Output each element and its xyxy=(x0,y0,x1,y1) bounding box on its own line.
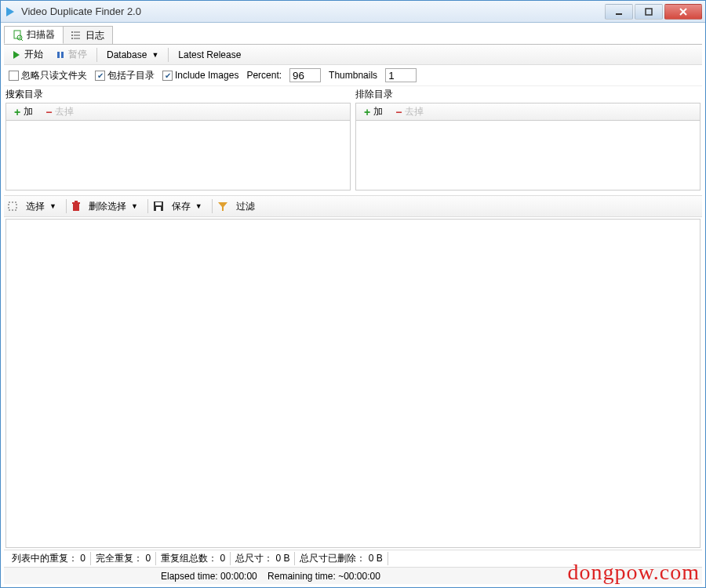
pause-icon xyxy=(56,50,65,60)
add-search-dir-button[interactable]: +加 xyxy=(9,103,38,120)
pause-button: 暂停 xyxy=(51,46,92,63)
selection-icon xyxy=(7,201,18,212)
chevron-down-icon: ▼ xyxy=(151,51,158,59)
svg-rect-15 xyxy=(57,52,60,58)
save-icon xyxy=(153,201,164,212)
add-label: 加 xyxy=(24,105,33,118)
select-button[interactable]: 选择▼ xyxy=(21,198,61,215)
svg-rect-22 xyxy=(155,202,162,205)
status-full-dup: 完全重复： 0 xyxy=(91,552,156,565)
trash-icon xyxy=(71,201,81,212)
status-deleted-size: 总尺寸已删除： 0 B xyxy=(295,552,388,565)
separator xyxy=(66,199,67,213)
minus-icon: − xyxy=(45,106,52,118)
svg-marker-24 xyxy=(218,202,227,211)
include-images-label: Include Images xyxy=(175,70,238,81)
directory-columns: 搜索目录 +加 −去掉 排除目录 +加 −去掉 xyxy=(4,86,702,191)
separator xyxy=(96,48,97,62)
svg-rect-18 xyxy=(73,204,79,211)
delete-selection-button[interactable]: 删除选择▼ xyxy=(84,198,143,215)
results-toolbar: 选择▼ 删除选择▼ 保存▼ 过滤 xyxy=(4,195,702,217)
search-dir-label: 搜索目录 xyxy=(5,86,351,103)
minimize-button[interactable] xyxy=(605,4,633,20)
chevron-down-icon: ▼ xyxy=(195,202,202,210)
remaining-label: Remaining time: xyxy=(267,571,336,582)
svg-point-11 xyxy=(71,31,73,33)
select-label: 选择 xyxy=(26,200,45,213)
svg-rect-20 xyxy=(75,201,78,202)
include-sub-checkbox[interactable]: ✔ 包括子目录 xyxy=(95,69,155,82)
tab-scanner[interactable]: 扫描器 xyxy=(4,26,64,44)
svg-rect-16 xyxy=(61,52,64,58)
results-list[interactable] xyxy=(5,219,701,548)
search-dir-column: 搜索目录 +加 −去掉 xyxy=(5,86,351,191)
maximize-button[interactable] xyxy=(635,4,663,20)
checkbox-checked-icon: ✔ xyxy=(95,71,105,81)
remove-label: 去掉 xyxy=(405,105,424,118)
app-icon xyxy=(4,5,16,18)
filter-label: 过滤 xyxy=(236,200,255,213)
svg-point-13 xyxy=(71,38,73,39)
svg-rect-1 xyxy=(616,13,622,15)
chevron-down-icon: ▼ xyxy=(49,202,56,210)
titlebar[interactable]: Video Duplicate Finder 2.0 xyxy=(1,1,705,23)
add-label: 加 xyxy=(373,105,383,118)
ignore-readonly-checkbox[interactable]: 忽略只读文件夹 xyxy=(9,69,87,82)
svg-marker-14 xyxy=(13,51,20,59)
elapsed-label: Elapsed time: xyxy=(161,571,218,582)
list-icon xyxy=(71,30,82,41)
thumbnails-input[interactable] xyxy=(385,68,417,82)
search-dir-toolbar: +加 −去掉 xyxy=(5,103,351,120)
svg-line-7 xyxy=(21,39,23,41)
save-button[interactable]: 保存▼ xyxy=(167,198,207,215)
exclude-dir-list[interactable] xyxy=(355,120,701,191)
delete-label: 删除选择 xyxy=(89,200,126,213)
thumbnails-label: Thumbnails xyxy=(329,70,377,81)
separator xyxy=(212,199,213,213)
status-groups: 重复组总数： 0 xyxy=(156,552,231,565)
time-bar: Elapsed time: 00:00:00 Remaining time: ~… xyxy=(4,567,702,584)
status-total-size: 总尺寸： 0 B xyxy=(231,552,295,565)
start-label: 开始 xyxy=(24,48,43,61)
database-button[interactable]: Database ▼ xyxy=(102,48,163,62)
status-bar: 列表中的重复： 0 完全重复： 0 重复组总数： 0 总尺寸： 0 B 总尺寸已… xyxy=(4,550,702,567)
plus-icon: + xyxy=(14,106,20,118)
database-label: Database xyxy=(107,49,147,60)
exclude-dir-label: 排除目录 xyxy=(355,86,701,103)
status-list-dup: 列表中的重复： 0 xyxy=(7,552,91,565)
remove-search-dir-button: −去掉 xyxy=(41,103,78,120)
app-window: Video Duplicate Finder 2.0 扫描器 日志 开始 xyxy=(0,0,706,588)
exclude-dir-column: 排除目录 +加 −去掉 xyxy=(355,86,701,191)
latest-label: Latest Release xyxy=(178,49,241,60)
main-toolbar: 开始 暂停 Database ▼ Latest Release xyxy=(4,45,702,65)
elapsed-value: 00:00:00 xyxy=(220,571,257,582)
exclude-dir-toolbar: +加 −去掉 xyxy=(355,103,701,120)
save-label: 保存 xyxy=(172,200,191,213)
filter-icon xyxy=(217,201,228,212)
svg-rect-19 xyxy=(72,202,80,204)
remove-label: 去掉 xyxy=(55,105,74,118)
chevron-down-icon: ▼ xyxy=(131,202,138,210)
percent-label: Percent: xyxy=(246,70,282,81)
search-dir-list[interactable] xyxy=(5,120,351,191)
remaining-value: ~00:00:00 xyxy=(338,571,380,582)
window-title: Video Duplicate Finder 2.0 xyxy=(21,5,605,17)
add-exclude-dir-button[interactable]: +加 xyxy=(359,103,388,120)
plus-icon: + xyxy=(364,106,370,118)
filter-button[interactable]: 过滤 xyxy=(231,198,260,215)
pause-label: 暂停 xyxy=(68,48,87,61)
start-button[interactable]: 开始 xyxy=(7,46,48,63)
tab-log[interactable]: 日志 xyxy=(63,26,113,44)
separator xyxy=(147,199,148,213)
percent-input[interactable] xyxy=(289,68,321,82)
latest-release-button[interactable]: Latest Release xyxy=(173,48,246,62)
svg-rect-23 xyxy=(156,207,161,211)
checkbox-checked-icon: ✔ xyxy=(162,71,173,81)
play-icon xyxy=(12,50,21,60)
window-controls xyxy=(605,4,702,20)
svg-marker-0 xyxy=(6,7,14,16)
include-images-checkbox[interactable]: ✔ Include Images xyxy=(162,70,238,81)
svg-rect-17 xyxy=(9,202,16,210)
close-button[interactable] xyxy=(664,4,702,20)
options-row: 忽略只读文件夹 ✔ 包括子目录 ✔ Include Images Percent… xyxy=(4,65,702,86)
